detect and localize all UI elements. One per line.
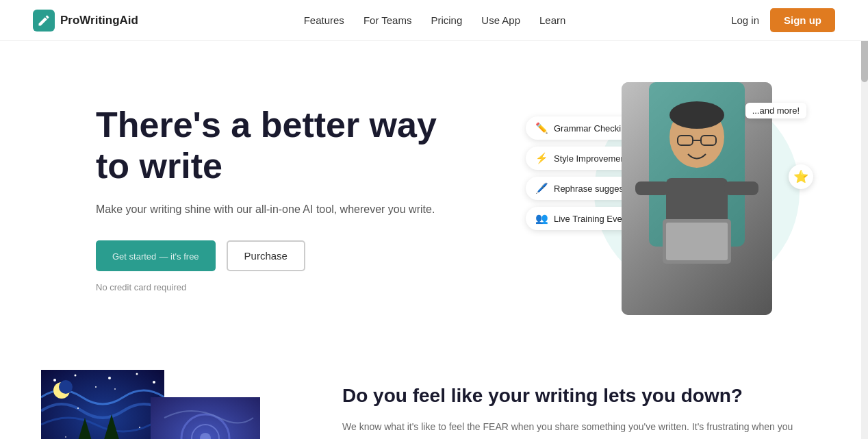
svg-rect-7 (724, 181, 758, 195)
style-label: Style Improvements (554, 153, 633, 164)
section2-text: Do you feel like your writing lets you d… (342, 370, 813, 439)
logo-icon (33, 10, 55, 32)
svg-rect-9 (666, 223, 728, 260)
get-started-label: Get started (112, 251, 156, 262)
rephrase-icon: 🖊️ (535, 182, 548, 195)
star-icon: ⭐ (793, 169, 808, 184)
svg-rect-23 (110, 435, 114, 439)
hero-subtitle: Make your writing shine with our all-in-… (96, 201, 438, 218)
scrollbar[interactable] (861, 0, 868, 439)
svg-rect-6 (635, 181, 669, 195)
nav-features[interactable]: Features (304, 14, 344, 26)
hero-illustration: ✏️ Grammar Checking ⚡ Style Improvements… (526, 82, 813, 315)
get-started-suffix: — it's free (159, 251, 199, 262)
login-link[interactable]: Log in (731, 14, 759, 26)
svg-point-10 (669, 101, 724, 129)
get-started-button[interactable]: Get started — it's free (96, 240, 216, 271)
logo-link[interactable]: ProWritingAid (33, 10, 138, 32)
nav-links: Features For Teams Pricing Use App Learn (304, 14, 566, 26)
purple-svg (151, 397, 260, 439)
starry-svg (41, 370, 164, 439)
grammar-icon: ✏️ (535, 122, 548, 134)
hero-section: There's a better way to write Make your … (0, 41, 868, 342)
no-credit-text: No credit card required (96, 282, 438, 292)
section2-title: Do you feel like your writing lets you d… (342, 384, 813, 408)
nav-pricing[interactable]: Pricing (431, 14, 462, 26)
nav-actions: Log in Sign up (731, 8, 835, 32)
svg-marker-22 (77, 418, 93, 439)
signup-button[interactable]: Sign up (770, 8, 835, 32)
svg-point-16 (153, 381, 155, 384)
starry-image (41, 370, 164, 439)
navbar: ProWritingAid Features For Teams Pricing… (0, 0, 868, 41)
section2-description: We know what it's like to feel the FEAR … (342, 419, 813, 439)
style-icon: ⚡ (535, 152, 548, 164)
star-badge: ⭐ (789, 164, 813, 189)
svg-marker-24 (103, 414, 120, 439)
hero-buttons: Get started — it's free Purchase (96, 240, 438, 271)
svg-point-13 (75, 375, 77, 377)
section2-images: My idea in my head (41, 370, 301, 439)
more-badge: ...and more! (745, 103, 806, 118)
svg-rect-25 (151, 397, 260, 439)
brand-name: ProWritingAid (60, 14, 138, 27)
purple-image (151, 397, 260, 439)
grammar-label: Grammar Checking (554, 123, 631, 134)
svg-point-12 (53, 379, 56, 381)
nav-for-teams[interactable]: For Teams (363, 14, 412, 26)
svg-point-17 (95, 386, 97, 388)
svg-point-14 (108, 377, 111, 379)
hero-left: There's a better way to write Make your … (96, 105, 438, 292)
nav-learn[interactable]: Learn (539, 14, 565, 26)
svg-point-19 (59, 380, 73, 394)
section2: My idea in my head Do you feel like your… (0, 342, 868, 439)
purchase-button[interactable]: Purchase (227, 240, 305, 271)
hero-title: There's a better way to write (96, 105, 438, 187)
nav-use-app[interactable]: Use App (481, 14, 520, 26)
pen-icon (37, 14, 51, 27)
svg-point-18 (53, 382, 70, 399)
svg-rect-11 (41, 370, 164, 439)
training-icon: 👥 (535, 212, 548, 225)
svg-point-15 (136, 373, 138, 375)
